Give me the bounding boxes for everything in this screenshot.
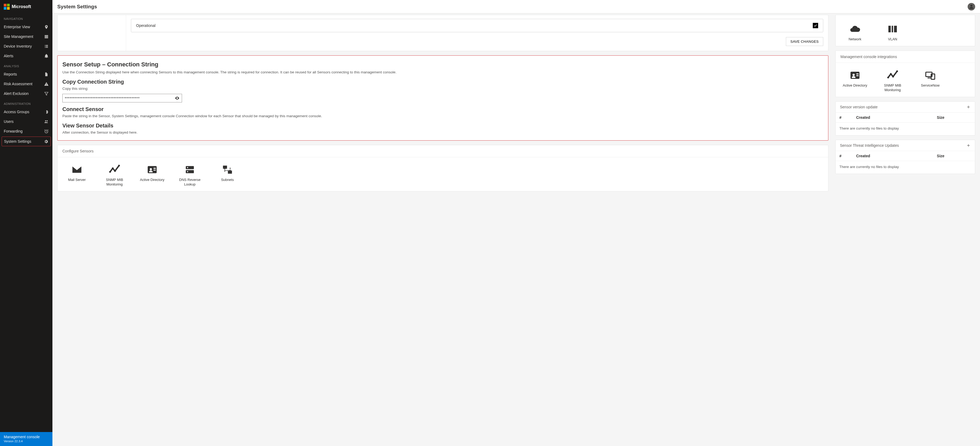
configure-sensors-card: Configure Sensors Mail Server SNMP MIB M…	[57, 145, 828, 191]
dns-icon	[185, 164, 195, 175]
sidebar-footer: Management console Version 22.3.4	[0, 432, 52, 446]
threat-update-table: #CreatedSize	[835, 151, 975, 161]
sidebar-item-label: Enterprise View	[4, 25, 30, 29]
sensor-version-update-card: Sensor version update #CreatedSize There…	[835, 101, 975, 135]
sensor-setup-card: Sensor Setup – Connection String Use the…	[57, 56, 828, 140]
tile-snmp[interactable]: SNMP MIB Monitoring	[99, 162, 130, 189]
tile-label: ServiceNow	[921, 83, 939, 88]
sensor-setup-title: Sensor Setup – Connection String	[62, 61, 823, 68]
tile-label: Active Directory	[843, 83, 867, 88]
connect-sensor-desc: Paste the string in the Sensor, System S…	[62, 113, 823, 119]
gear-icon	[44, 139, 48, 144]
column-header: Created	[852, 151, 933, 161]
site-icon	[44, 34, 49, 39]
operational-label: Operational	[136, 23, 155, 28]
tile-subnets[interactable]: Subnets	[211, 162, 243, 189]
sidebar-item-enterprise-view[interactable]: Enterprise View	[0, 22, 52, 32]
connection-string-input[interactable]	[62, 94, 182, 102]
tile-label: Active Directory	[140, 178, 164, 182]
tile-label: SNMP MIB Monitoring	[878, 83, 908, 92]
sensor-version-update-title: Sensor version update	[840, 105, 878, 109]
tile-label: SNMP MIB Monitoring	[99, 178, 130, 187]
version-update-table: #CreatedSize	[835, 113, 975, 123]
tile-active-directory[interactable]: Active Directory	[136, 162, 168, 189]
sidebar-item-system-settings[interactable]: System Settings	[2, 137, 51, 146]
sidebar-item-risk-assessment[interactable]: Risk Assessment	[0, 79, 52, 89]
sidebar-item-label: Alerts	[4, 54, 13, 58]
sidebar-item-forwarding[interactable]: Forwarding	[0, 126, 52, 136]
vlan-icon	[887, 23, 898, 35]
tile-label: VLAN	[888, 37, 897, 41]
list-icon	[44, 44, 49, 49]
globe-group-icon	[44, 110, 49, 114]
topbar: System Settings	[52, 0, 980, 13]
account-avatar[interactable]	[967, 3, 975, 11]
tile-snmp[interactable]: SNMP MIB Monitoring	[877, 68, 909, 95]
site-icon	[44, 34, 49, 39]
integrations-title: Management console integrations	[840, 54, 897, 59]
sidebar-item-reports[interactable]: Reports	[0, 69, 52, 79]
threat-update-empty: There are currently no files to display	[835, 161, 975, 174]
filter-icon	[44, 91, 49, 96]
tile-dns[interactable]: DNS Reverse Lookup	[174, 162, 206, 189]
column-header: #	[835, 113, 852, 123]
microsoft-logo-icon	[4, 4, 10, 10]
tile-active-directory[interactable]: Active Directory	[839, 68, 871, 95]
network-tiles-card: Network VLAN	[835, 15, 975, 46]
sensor-setup-desc: Use the Connection String displayed here…	[62, 70, 823, 75]
brand-logo: Microsoft	[0, 0, 52, 13]
sidebar-item-alerts[interactable]: Alerts	[0, 51, 52, 61]
sidebar-item-label: Alert Exclusion	[4, 91, 29, 96]
check-icon	[814, 24, 817, 27]
bell-icon	[44, 54, 49, 58]
tile-mail-server[interactable]: Mail Server	[61, 162, 93, 189]
sidebar-item-access-groups[interactable]: Access Groups	[0, 107, 52, 117]
column-header: Size	[933, 113, 975, 123]
tile-vlan[interactable]: VLAN	[877, 22, 909, 44]
tile-network[interactable]: Network	[839, 22, 871, 44]
view-sensor-heading: View Sensor Details	[62, 123, 823, 129]
nav-section-label: ADMINISTRATION	[0, 99, 52, 107]
sidebar-item-label: Site Management	[4, 34, 33, 39]
reveal-connection-string-button[interactable]	[174, 95, 181, 101]
add-threat-update-button[interactable]	[966, 143, 970, 148]
filter-icon	[44, 91, 49, 96]
map-pin-icon	[44, 24, 49, 29]
connect-sensor-heading: Connect Sensor	[62, 106, 823, 112]
map-pin-icon	[44, 25, 49, 29]
tile-servicenow[interactable]: ServiceNow	[914, 68, 947, 95]
threat-intel-title: Sensor Threat Intelligence Updates	[840, 143, 899, 148]
nav-section-label: ANALYSIS	[0, 61, 52, 69]
column-header: Size	[933, 151, 975, 161]
clock-icon	[44, 129, 49, 134]
brand-name: Microsoft	[12, 4, 31, 9]
operational-card: Operational SAVE CHANGES	[57, 15, 828, 51]
document-icon	[44, 72, 49, 76]
clock-icon	[44, 129, 49, 134]
sidebar-item-alert-exclusion[interactable]: Alert Exclusion	[0, 89, 52, 99]
operational-checkbox[interactable]	[813, 23, 818, 28]
sidebar-item-label: System Settings	[4, 139, 31, 143]
people-icon	[44, 119, 49, 124]
sidebar: Microsoft NAVIGATIONEnterprise View Site…	[0, 0, 52, 446]
gear-icon	[43, 139, 48, 144]
sidebar-item-device-inventory[interactable]: Device Inventory	[0, 41, 52, 51]
cloud-icon	[850, 23, 861, 35]
page-title: System Settings	[57, 4, 97, 10]
save-changes-button[interactable]: SAVE CHANGES	[786, 37, 823, 46]
globe-group-icon	[44, 110, 49, 114]
warning-icon	[44, 81, 49, 86]
trend-icon	[109, 164, 120, 175]
footer-title: Management console	[4, 435, 49, 439]
tile-label: Network	[848, 37, 861, 41]
sidebar-item-users[interactable]: Users	[0, 117, 52, 126]
sidebar-item-label: Reports	[4, 72, 17, 76]
tile-label: Subnets	[221, 178, 234, 182]
integrations-card: Management console integrations Active D…	[835, 51, 975, 97]
people-icon	[44, 119, 49, 124]
tile-label: Mail Server	[68, 178, 86, 182]
column-header: Created	[852, 113, 933, 123]
add-version-update-button[interactable]	[966, 105, 970, 109]
sidebar-item-site-management[interactable]: Site Management	[0, 32, 52, 41]
devices-icon	[925, 70, 935, 81]
